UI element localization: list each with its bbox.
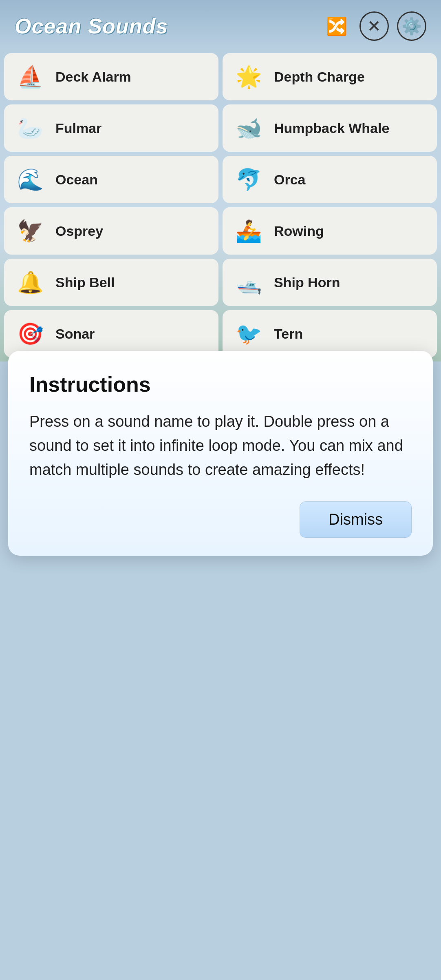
sonar-icon: 🎯 <box>14 317 46 350</box>
settings-icon: ⚙️ <box>401 17 422 36</box>
orca-icon: 🐬 <box>232 163 265 196</box>
sound-item-orca[interactable]: 🐬Orca <box>223 156 437 203</box>
orca-label: Orca <box>274 172 306 188</box>
sound-item-humpback-whale[interactable]: 🐋Humpback Whale <box>223 104 437 152</box>
close-icon: ✕ <box>367 17 381 35</box>
tern-icon: 🐦 <box>232 317 265 350</box>
sound-item-deck-alarm[interactable]: ⛵Deck Alarm <box>4 53 218 100</box>
settings-button[interactable]: ⚙️ <box>397 11 426 41</box>
rowing-label: Rowing <box>274 223 324 239</box>
deck-alarm-icon: ⛵ <box>14 60 46 93</box>
header-icons: 🔀 ✕ ⚙️ <box>322 11 426 41</box>
ship-horn-label: Ship Horn <box>274 275 340 290</box>
ocean-label: Ocean <box>55 172 98 188</box>
shuffle-icon: 🔀 <box>326 16 347 36</box>
ship-bell-label: Ship Bell <box>55 275 115 290</box>
app-title: Ocean Sounds <box>15 14 168 38</box>
close-button[interactable]: ✕ <box>359 11 389 41</box>
content-area: ⛵Deck Alarm🌟Depth Charge🦢Fulmar🐋Humpback… <box>0 49 441 361</box>
fulmar-icon: 🦢 <box>14 112 46 144</box>
sound-item-osprey[interactable]: 🦅Osprey <box>4 207 218 255</box>
ship-bell-icon: 🔔 <box>14 266 46 299</box>
sound-item-depth-charge[interactable]: 🌟Depth Charge <box>223 53 437 100</box>
dismiss-button[interactable]: Dismiss <box>300 501 412 538</box>
rowing-icon: 🚣 <box>232 215 265 247</box>
sound-item-sonar[interactable]: 🎯Sonar <box>4 310 218 357</box>
sound-item-ship-horn[interactable]: 🛥️Ship Horn <box>223 259 437 306</box>
sound-item-tern[interactable]: 🐦Tern <box>223 310 437 357</box>
sonar-label: Sonar <box>55 326 95 342</box>
instructions-modal: Instructions Press on a sound name to pl… <box>8 351 433 556</box>
humpback-whale-icon: 🐋 <box>232 112 265 144</box>
osprey-icon: 🦅 <box>14 215 46 247</box>
fulmar-label: Fulmar <box>55 120 101 136</box>
modal-title: Instructions <box>29 372 412 397</box>
deck-alarm-label: Deck Alarm <box>55 69 131 85</box>
modal-body: Press on a sound name to play it. Double… <box>29 410 412 482</box>
humpback-whale-label: Humpback Whale <box>274 120 389 136</box>
app-header: Ocean Sounds 🔀 ✕ ⚙️ <box>0 0 441 49</box>
sound-item-ocean[interactable]: 🌊Ocean <box>4 156 218 203</box>
ship-horn-icon: 🛥️ <box>232 266 265 299</box>
sound-item-fulmar[interactable]: 🦢Fulmar <box>4 104 218 152</box>
tern-label: Tern <box>274 326 303 342</box>
depth-charge-icon: 🌟 <box>232 60 265 93</box>
ocean-icon: 🌊 <box>14 163 46 196</box>
shuffle-button[interactable]: 🔀 <box>322 11 351 41</box>
sound-grid: ⛵Deck Alarm🌟Depth Charge🦢Fulmar🐋Humpback… <box>0 49 441 361</box>
osprey-label: Osprey <box>55 223 103 239</box>
sound-item-ship-bell[interactable]: 🔔Ship Bell <box>4 259 218 306</box>
sound-item-rowing[interactable]: 🚣Rowing <box>223 207 437 255</box>
depth-charge-label: Depth Charge <box>274 69 365 85</box>
